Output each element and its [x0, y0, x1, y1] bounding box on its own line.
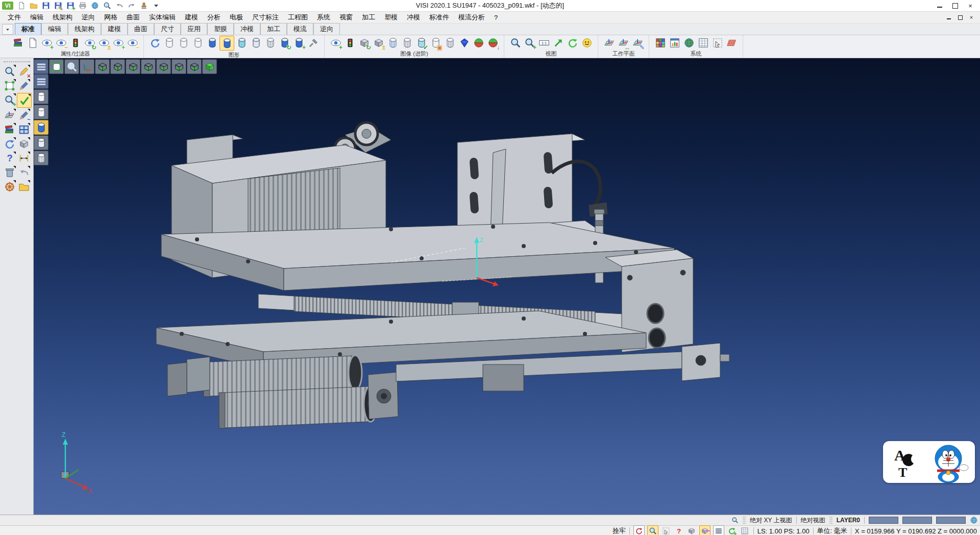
sketch-curve-icon[interactable] — [17, 79, 31, 92]
advanced-show-icon[interactable]: + — [329, 36, 342, 50]
system-settings-globe-icon[interactable] — [682, 36, 696, 50]
view-corner-icon[interactable] — [187, 59, 202, 74]
view-back-icon[interactable] — [172, 59, 186, 74]
open-file-icon[interactable] — [29, 1, 39, 11]
pick-box-icon[interactable] — [661, 526, 671, 535]
search-icon[interactable] — [731, 517, 739, 524]
macro-icon[interactable] — [139, 1, 149, 11]
doc-restore-button[interactable] — [954, 13, 966, 21]
tab-mold[interactable]: 塑膜 — [207, 23, 234, 35]
delete-trash-icon[interactable] — [3, 165, 16, 179]
menu-reverse[interactable]: 逆向 — [77, 12, 100, 22]
select-filter-icon[interactable] — [647, 525, 658, 535]
render-sphere-icon[interactable] — [472, 36, 485, 50]
shaded-edges-style-icon[interactable] — [219, 36, 234, 51]
save-file-icon[interactable] — [41, 1, 51, 11]
measure-icon[interactable] — [17, 151, 31, 165]
print-icon[interactable] — [78, 1, 88, 11]
color-palette-icon[interactable] — [653, 36, 667, 50]
style-refresh-icon[interactable]: ↻ — [278, 36, 291, 50]
menu-moldflow[interactable]: 模流分析 — [454, 12, 489, 22]
selection-options-icon[interactable] — [710, 36, 724, 50]
graphics-settings-icon[interactable] — [306, 36, 320, 50]
graphics-refresh-icon[interactable] — [148, 36, 162, 50]
help-question-icon[interactable] — [3, 151, 16, 165]
attributes-edit-icon[interactable] — [11, 36, 25, 50]
menu-electrode[interactable]: 电极 — [225, 12, 248, 22]
tab-machining[interactable]: 加工 — [260, 23, 287, 35]
tab-die[interactable]: 冲模 — [234, 23, 260, 35]
view-iso-icon[interactable] — [202, 59, 217, 74]
render-check-icon[interactable]: ✔ — [414, 36, 428, 50]
show-all-icon[interactable]: + — [111, 36, 125, 50]
hidden-line-style-icon[interactable] — [177, 36, 190, 50]
print-preview-icon[interactable] — [90, 1, 100, 11]
ucs-display-icon[interactable]: ▔ — [699, 525, 710, 535]
doc-close-button[interactable]: × — [966, 13, 977, 21]
advanced-filter-icon[interactable] — [343, 36, 357, 50]
doc-minimize-button[interactable] — [943, 13, 954, 21]
maximize-button[interactable] — [947, 1, 963, 11]
solid-box-icon[interactable] — [17, 137, 31, 151]
tab-apply[interactable]: 应用 — [181, 23, 207, 35]
menu-wireframe[interactable]: 线架构 — [48, 12, 77, 22]
layer-list-icon[interactable] — [713, 525, 724, 535]
view-bottom-icon[interactable] — [95, 59, 110, 74]
grid-plane-icon[interactable] — [725, 36, 739, 50]
transparent-style-icon[interactable] — [235, 36, 249, 50]
view-right-icon[interactable] — [156, 59, 171, 74]
system-chart-icon[interactable] — [668, 36, 681, 50]
undo-icon[interactable] — [114, 1, 125, 11]
minimize-button[interactable] — [932, 1, 947, 11]
view-left-icon[interactable] — [126, 59, 140, 74]
redraw-icon[interactable] — [633, 525, 645, 535]
menu-surface[interactable]: 曲面 — [122, 12, 144, 22]
close-button[interactable]: × — [963, 1, 978, 11]
show-add-icon[interactable]: + — [40, 36, 54, 50]
style-striped-icon[interactable] — [34, 151, 48, 165]
view-front-icon[interactable] — [141, 59, 156, 74]
save-as-icon[interactable]: ✎ — [53, 1, 63, 11]
tab-modeling[interactable]: 建模 — [101, 23, 128, 35]
absolute-view-label[interactable]: 绝对视图 — [801, 516, 825, 525]
open-folder-icon[interactable] — [17, 180, 31, 193]
rotate-view-icon[interactable] — [566, 36, 579, 50]
render-solid-icon[interactable] — [457, 36, 471, 50]
menu-machining[interactable]: 加工 — [357, 12, 380, 22]
style-add-icon[interactable]: + — [292, 36, 306, 50]
solids-refresh-icon[interactable]: ↻ — [357, 36, 371, 50]
hide-all-icon[interactable]: − — [126, 36, 139, 50]
attributes-books-icon[interactable] — [3, 123, 16, 136]
tab-edit[interactable]: 编辑 — [41, 23, 68, 35]
workplane-view-icon[interactable]: ✎ — [631, 36, 645, 50]
multi-viewport-icon[interactable] — [740, 526, 750, 535]
select-zoom-icon[interactable] — [3, 64, 16, 78]
view-top-icon[interactable] — [110, 59, 125, 74]
shading-smiley-icon[interactable] — [580, 36, 594, 50]
erase-icon[interactable]: × — [17, 64, 31, 78]
menu-dimension[interactable]: 尺寸标注 — [248, 12, 283, 22]
globe-icon[interactable] — [970, 516, 978, 524]
undo-gray-icon[interactable] — [17, 165, 31, 179]
toolbar-grip[interactable] — [4, 61, 30, 62]
new-window-icon[interactable] — [17, 123, 31, 136]
menu-system[interactable]: 系统 — [312, 12, 335, 22]
tab-options-caret[interactable] — [2, 24, 13, 35]
confirm-check-icon[interactable] — [17, 93, 32, 108]
attributes-info-icon[interactable] — [26, 36, 39, 50]
style-menu-icon[interactable] — [34, 74, 48, 89]
tab-reverse[interactable]: 逆向 — [313, 23, 340, 35]
zoom-window-icon[interactable]: + — [523, 36, 536, 50]
system-table-icon[interactable] — [696, 36, 710, 50]
redo-icon[interactable] — [127, 1, 137, 11]
zoom-all-icon[interactable] — [508, 36, 522, 50]
render-sphere-export-icon[interactable]: ↓ — [486, 36, 500, 50]
menu-solid-edit[interactable]: 实体编辑 — [144, 12, 180, 22]
flat-style-icon[interactable] — [249, 36, 263, 50]
active-layer-label[interactable]: LAYER0 — [837, 517, 860, 524]
menu-edit[interactable]: 编辑 — [26, 12, 48, 22]
save-all-icon[interactable]: + — [65, 1, 76, 11]
tab-flow[interactable]: 模流 — [287, 23, 313, 35]
style-flat-icon[interactable] — [34, 135, 48, 150]
frame-select-icon[interactable] — [3, 79, 16, 92]
